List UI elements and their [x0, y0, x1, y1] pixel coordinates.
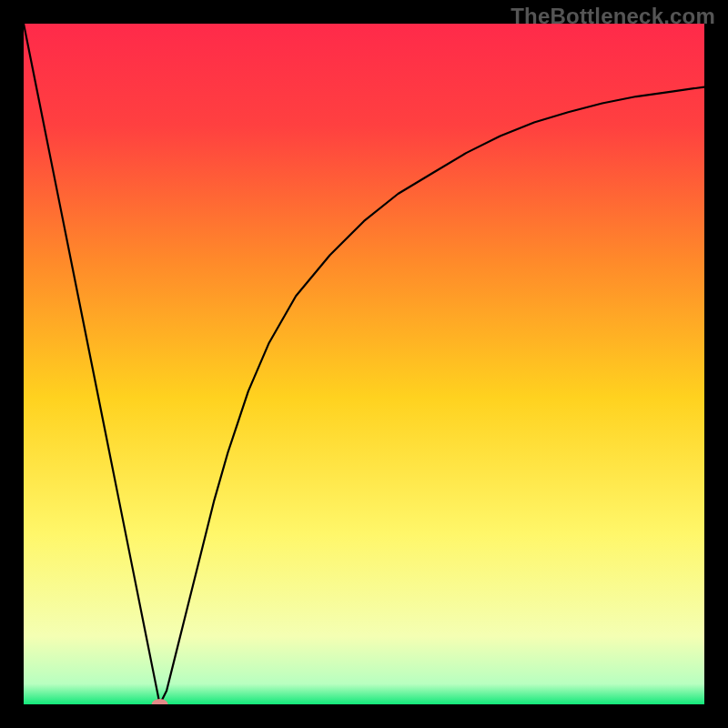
gradient-background: [24, 24, 704, 704]
chart-frame: TheBottleneck.com: [0, 0, 728, 728]
watermark-text: TheBottleneck.com: [511, 4, 715, 29]
plot-area: [24, 24, 704, 704]
bottleneck-chart: [24, 24, 704, 704]
